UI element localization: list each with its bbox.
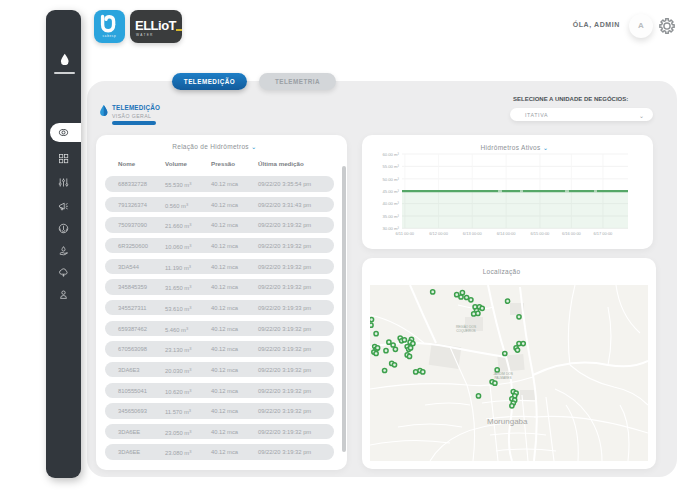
svg-text:6/17 00:00: 6/17 00:00 <box>593 231 613 236</box>
svg-text:sabesp: sabesp <box>103 34 117 38</box>
svg-text:6/15 00:00: 6/15 00:00 <box>530 231 550 236</box>
svg-text:60.00 m³: 60.00 m³ <box>382 152 399 157</box>
svg-text:6/13 00:00: 6/13 00:00 <box>463 231 483 236</box>
svg-text:45.00 m³: 45.00 m³ <box>382 189 399 194</box>
svg-text:35.00 m³: 35.00 m³ <box>382 214 399 219</box>
svg-text:PALMARES: PALMARES <box>494 376 511 380</box>
svg-text:40.00 m³: 40.00 m³ <box>382 201 399 206</box>
svg-text:6/14 00:00: 6/14 00:00 <box>497 231 517 236</box>
svg-text:6/12 00:00: 6/12 00:00 <box>429 231 449 236</box>
svg-text:COQUEIROS: COQUEIROS <box>456 329 475 333</box>
svg-text:Morungaba: Morungaba <box>487 417 528 426</box>
svg-text:50.00 m³: 50.00 m³ <box>382 177 399 182</box>
svg-text:6/16 00:00: 6/16 00:00 <box>562 231 582 236</box>
svg-text:55.00 m³: 55.00 m³ <box>382 164 399 169</box>
svg-text:6/11 00:00: 6/11 00:00 <box>395 231 414 236</box>
